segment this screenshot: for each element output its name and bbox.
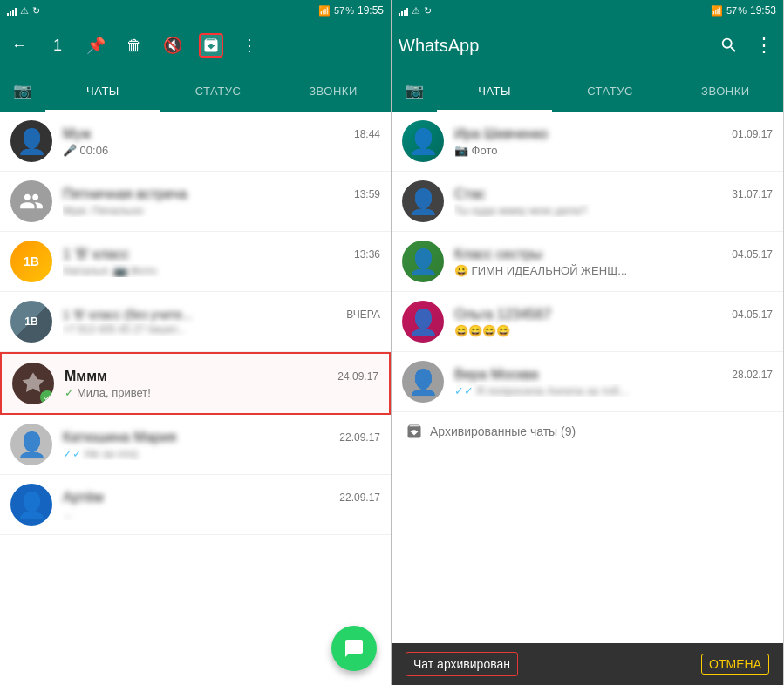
archive-button[interactable] [199,33,223,58]
time-display: 19:55 [358,4,384,17]
right-chat-preview-3: 😀 ГИМН ИДЕАЛЬНОЙ ЖЕНЩ... [454,264,773,277]
chat-preview-3: Наталья: 📷 Фото [63,264,380,277]
right-signal-icon [399,5,408,16]
avatar-1: 👤 [10,120,52,162]
chat-content-5: Мммм 24.09.17 ✓ Мила, привет! [65,369,378,399]
archived-label: Архивированные чаты (9) [430,424,576,438]
right-alert-icon: ⚠ [412,5,420,17]
chat-content-1: Муж 18:44 🎤 00:06 [63,126,380,157]
right-chat-name-4: Ольга 1234567 [454,307,551,322]
sync-icon: ↻ [32,5,40,17]
tab-chats-left[interactable]: ЧАТЫ [45,70,160,112]
more-button[interactable]: ⋮ [237,33,262,58]
left-chat-item-4[interactable]: 1В 1 'В' класс (без учите... ВЧЕРА +7 91… [0,292,391,352]
archive-icon [202,37,220,54]
snackbar: Чат архивирован ОТМЕНА [392,643,783,685]
right-chat-item-5[interactable]: 👤 Вера Москва 28.02.17 ✓✓ Я попросила Ан… [392,352,783,412]
signal-icon [7,5,17,16]
right-sync-icon: ↻ [424,5,432,17]
battery-indicator: 57% [334,5,354,16]
chat-name-3: 1 'В' класс [63,247,129,262]
right-avatar-5: 👤 [402,361,444,403]
chat-name-7: Артём [63,490,103,505]
right-chat-content-1: Ира Шевченко 01.09.17 📷 Фото [454,126,773,157]
search-button[interactable] [717,33,741,58]
right-chat-preview-2: Ты куда маму мою дела? [454,204,773,217]
avatar-5 [12,363,54,404]
avatar-6: 👤 [10,424,52,465]
snackbar-text-container: Чат архивирован [406,652,518,676]
left-chat-item-5[interactable]: Мммм 24.09.17 ✓ Мила, привет! [0,352,391,415]
right-tabs-container: 📷 ЧАТЫ СТАТУС ЗВОНКИ [392,70,783,112]
left-action-bar: ← 1 📌 🗑 🔇 ⋮ [0,21,391,70]
left-chat-item-6[interactable]: 👤 Катюшина Мария 22.09.17 ✓✓ Не за что) [0,415,391,475]
right-status-right: 📶 57% 19:53 [711,4,776,17]
alert-icon: ⚠ [20,5,29,17]
right-action-bar: WhatsApp ⋮ [392,21,783,70]
tab-chats-right[interactable]: ЧАТЫ [437,70,552,112]
right-chat-item-4[interactable]: 👤 Ольга 1234567 04.05.17 😄😄😄😄 [392,292,783,352]
left-chat-item-2[interactable]: Пятничная встреча 13:59 Муж: Печально [0,172,391,232]
left-chat-item-3[interactable]: 1В 1 'В' класс 13:36 Наталья: 📷 Фото [0,232,391,292]
tab-status-left[interactable]: СТАТУС [160,70,276,112]
right-time-display: 19:53 [750,4,776,17]
chat-preview-5: ✓ Мила, привет! [65,386,378,399]
chat-time-3: 13:36 [354,248,380,261]
right-chat-item-2[interactable]: 👤 Стас 31.07.17 Ты куда маму мою дела? [392,172,783,232]
camera-tab-icon[interactable]: 📷 [0,70,45,112]
back-button[interactable]: ← [7,33,31,58]
chat-name-5: Мммм [65,369,107,384]
right-camera-tab-icon[interactable]: 📷 [392,70,437,112]
right-avatar-3: 👤 [402,241,444,282]
avatar-2 [10,180,52,222]
tab-status-right[interactable]: СТАТУС [552,70,667,112]
chat-content-3: 1 'В' класс 13:36 Наталья: 📷 Фото [63,247,380,277]
chat-preview-7: ... [63,507,380,520]
right-chat-time-3: 04.05.17 [732,248,773,261]
chat-preview-2: Муж: Печально [63,204,380,217]
right-chat-name-2: Стас [454,187,486,202]
right-chat-time-4: 04.05.17 [732,309,773,321]
chat-name-2: Пятничная встреча [63,187,187,202]
right-chat-content-5: Вера Москва 28.02.17 ✓✓ Я попросила Анге… [454,367,773,397]
compose-fab[interactable] [331,626,377,671]
snackbar-undo-button[interactable]: ОТМЕНА [701,654,769,675]
right-chat-content-4: Ольга 1234567 04.05.17 😄😄😄😄 [454,307,773,337]
avatar-7: 👤 [10,484,52,526]
chat-time-6: 22.09.17 [339,431,380,444]
avatar-3: 1В [10,241,52,282]
right-battery-indicator: 57% [726,5,747,16]
left-tabs-container: 📷 ЧАТЫ СТАТУС ЗВОНКИ [0,70,391,112]
chat-time-5: 24.09.17 [337,370,378,383]
right-action-icons: ⋮ [717,33,776,58]
right-chat-preview-1: 📷 Фото [454,144,773,157]
delete-button[interactable]: 🗑 [122,33,147,58]
chat-preview-6: ✓✓ Не за что) [63,447,380,460]
left-status-bar: ⚠ ↻ 📶 57% 19:55 [0,0,391,21]
pin-button[interactable]: 📌 [84,33,108,58]
archived-chats-row[interactable]: Архивированные чаты (9) [392,412,783,451]
right-more-button[interactable]: ⋮ [752,33,776,58]
left-chat-item-1[interactable]: 👤 Муж 18:44 🎤 00:06 [0,112,391,172]
right-chat-name-3: Класс сестры [454,247,542,262]
right-chat-preview-5: ✓✓ Я попросила Ангела за тоб... [454,384,773,397]
right-avatar-4: 👤 [402,301,444,342]
mute-button[interactable]: 🔇 [160,33,185,58]
right-status-bar: ⚠ ↻ 📶 57% 19:53 [392,0,783,21]
avatar-4: 1В [10,301,52,342]
left-status-right: 📶 57% 19:55 [318,4,384,17]
tab-calls-left[interactable]: ЗВОНКИ [276,70,391,112]
chat-time-4: ВЧЕРА [346,309,380,321]
chat-time-2: 13:59 [354,188,380,200]
right-chat-item-1[interactable]: 👤 Ира Шевченко 01.09.17 📷 Фото [392,112,783,172]
chat-preview-1: 🎤 00:06 [63,144,380,157]
chat-name-1: Муж [63,126,91,142]
chat-content-4: 1 'В' класс (без учите... ВЧЕРА +7 913 4… [63,308,380,336]
chat-content-7: Артём 22.09.17 ... [63,490,380,520]
right-chat-item-3[interactable]: 👤 Класс сестры 04.05.17 😀 ГИМН ИДЕАЛЬНОЙ… [392,232,783,292]
left-phone-screen: ⚠ ↻ 📶 57% 19:55 ← 1 📌 🗑 🔇 ⋮ 📷 ЧАТЫ СТАТУ [0,0,392,685]
archive-row-icon [406,423,423,440]
chat-time-1: 18:44 [354,128,380,140]
left-chat-item-7[interactable]: 👤 Артём 22.09.17 ... [0,475,391,535]
tab-calls-right[interactable]: ЗВОНКИ [668,70,783,112]
